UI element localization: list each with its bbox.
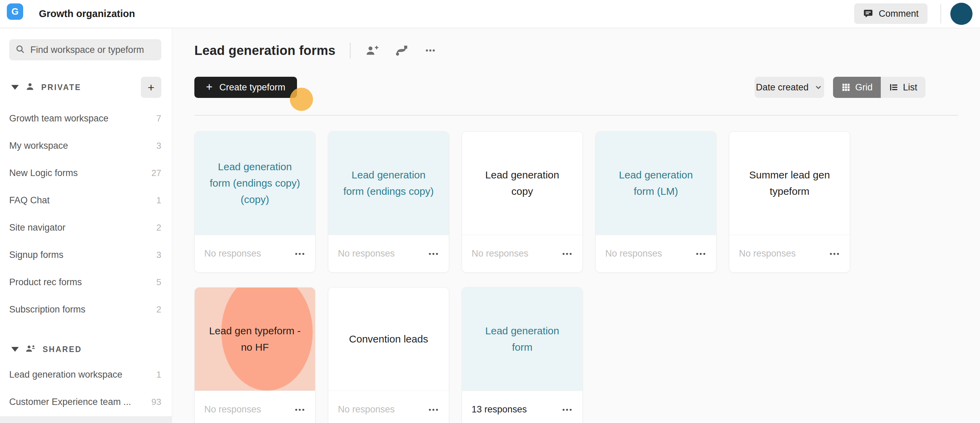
typeform-card[interactable]: Convention leads No responses •••: [328, 287, 449, 423]
add-workspace-button[interactable]: +: [141, 77, 161, 98]
search-input[interactable]: [30, 44, 155, 56]
sidebar-item-my-workspace[interactable]: My workspace 3: [0, 132, 172, 159]
card-footer: No responses •••: [195, 391, 315, 423]
typeform-card[interactable]: Lead generation form (LM) No responses •…: [595, 131, 716, 273]
card-thumbnail: Lead generation form (endings copy): [328, 132, 449, 235]
sidebar-item-site-navigator[interactable]: Site navigator 2: [0, 214, 172, 241]
typeform-card[interactable]: Lead generation form 13 responses •••: [462, 287, 583, 423]
create-typeform-button[interactable]: + Create typeform: [194, 77, 297, 98]
private-workspace-list: Growth team workspace 7 My workspace 3 N…: [0, 105, 172, 323]
card-footer: 13 responses •••: [462, 391, 582, 423]
card-more-options-icon[interactable]: •••: [830, 250, 840, 258]
card-title: Summer lead gen typeform: [741, 167, 838, 200]
header-divider: [350, 43, 350, 58]
card-more-options-icon[interactable]: •••: [429, 405, 439, 414]
workspace-search[interactable]: [9, 39, 161, 61]
grid-view-button[interactable]: Grid: [833, 77, 881, 98]
responses-count: No responses: [605, 248, 662, 259]
sidebar-item-customer-experience-team[interactable]: Customer Experience team ... 93: [0, 388, 172, 415]
responses-count: No responses: [338, 404, 395, 415]
card-footer: No responses •••: [596, 235, 716, 272]
card-footer: No responses •••: [328, 391, 449, 423]
responses-count: 13 responses: [472, 404, 527, 415]
user-avatar[interactable]: [950, 3, 972, 25]
comment-icon: [863, 8, 873, 19]
workspace-label: Growth team workspace: [9, 113, 108, 124]
workspace-count: 27: [151, 168, 161, 179]
sidebar-item-product-rec-forms[interactable]: Product rec forms 5: [0, 268, 172, 296]
grid-icon: [841, 83, 851, 92]
sort-dropdown[interactable]: Date created: [755, 77, 824, 98]
card-more-options-icon[interactable]: •••: [562, 405, 573, 414]
grid-label: Grid: [855, 82, 873, 93]
typeform-card[interactable]: Summer lead gen typeform No responses ••…: [729, 131, 850, 273]
card-title: Lead gen typeform - no HF: [206, 323, 304, 356]
chevron-down-icon: [814, 83, 823, 92]
collapse-triangle-icon[interactable]: [11, 347, 19, 352]
top-bar: G Growth organization Comment: [0, 0, 980, 28]
workspace-count: 5: [156, 277, 161, 287]
card-more-options-icon[interactable]: •••: [562, 250, 573, 258]
typeform-card[interactable]: Lead generation form (endings copy) (cop…: [194, 131, 315, 273]
card-more-options-icon[interactable]: •••: [295, 250, 305, 258]
workspace-count: 2: [156, 304, 161, 315]
card-more-options-icon[interactable]: •••: [429, 250, 439, 258]
shared-section-header[interactable]: SHARED: [0, 338, 172, 361]
workspace-count: 7: [156, 113, 161, 124]
org-logo[interactable]: G: [7, 3, 23, 20]
workspace-label: Subscription forms: [9, 304, 86, 315]
card-thumbnail: Lead generation form (LM): [596, 132, 716, 235]
responses-count: No responses: [472, 248, 528, 259]
card-footer: No responses •••: [729, 235, 850, 272]
plus-icon: +: [206, 81, 212, 93]
card-title: Convention leads: [349, 331, 428, 347]
comment-button[interactable]: Comment: [854, 3, 928, 24]
collapse-triangle-icon[interactable]: [11, 85, 19, 90]
recurring-sync-icon[interactable]: [394, 44, 409, 57]
sidebar-item-new-logic-forms[interactable]: New Logic forms 27: [0, 159, 172, 187]
card-footer: No responses •••: [462, 235, 582, 272]
sidebar-item-faq-chat[interactable]: FAQ Chat 1: [0, 187, 172, 214]
more-options-icon[interactable]: [423, 44, 437, 57]
card-more-options-icon[interactable]: •••: [295, 405, 305, 414]
workspace-count: 1: [156, 369, 161, 380]
shared-workspace-list: Lead generation workspace 1 Customer Exp…: [0, 361, 172, 415]
responses-count: No responses: [739, 248, 796, 259]
workspace-label: Lead generation workspace: [9, 369, 123, 380]
card-title: Lead generation form: [474, 323, 571, 356]
workspace-label: FAQ Chat: [9, 195, 50, 206]
card-more-options-icon[interactable]: •••: [696, 250, 706, 258]
private-section-label: PRIVATE: [41, 83, 81, 92]
workspace-count: 3: [156, 250, 161, 260]
private-section-header[interactable]: PRIVATE +: [0, 76, 172, 99]
sidebar-item-signup-forms[interactable]: Signup forms 3: [0, 241, 172, 268]
card-thumbnail: Lead generation form: [462, 287, 582, 391]
list-icon: [889, 83, 899, 92]
sort-label: Date created: [756, 82, 809, 93]
card-title: Lead generation form (LM): [607, 167, 705, 200]
workspace-label: Product rec forms: [9, 277, 82, 287]
card-thumbnail: Lead gen typeform - no HF: [195, 287, 315, 391]
responses-count: No responses: [204, 248, 261, 259]
shared-section-label: SHARED: [43, 345, 82, 354]
workspace-count: 3: [156, 140, 161, 151]
card-footer: No responses •••: [328, 235, 449, 272]
invite-member-icon[interactable]: [365, 44, 379, 57]
card-thumbnail: Summer lead gen typeform: [729, 132, 850, 235]
sidebar-item-growth-team-workspace[interactable]: Growth team workspace 7: [0, 105, 172, 132]
responses-count: No responses: [338, 248, 395, 259]
list-label: List: [903, 82, 917, 93]
typeform-card[interactable]: Lead gen typeform - no HF No responses •…: [194, 287, 315, 423]
typeform-card[interactable]: Lead generation form (endings copy) No r…: [328, 131, 449, 273]
sidebar-item-subscription-forms[interactable]: Subscription forms 2: [0, 296, 172, 323]
card-footer: No responses •••: [195, 235, 315, 272]
view-toggle: Grid List: [833, 77, 926, 98]
cards-row-2: Lead gen typeform - no HF No responses •…: [194, 287, 583, 423]
typeform-card[interactable]: Lead generation copy No responses •••: [462, 131, 583, 273]
topbar-divider: [940, 4, 941, 24]
toolbar-separator: [194, 115, 958, 116]
sidebar-item-lead-generation-workspace[interactable]: Lead generation workspace 1: [0, 361, 172, 388]
workspace-label: Customer Experience team ...: [9, 397, 131, 407]
list-view-button[interactable]: List: [881, 77, 926, 98]
sidebar-scrollbar[interactable]: [0, 416, 172, 423]
